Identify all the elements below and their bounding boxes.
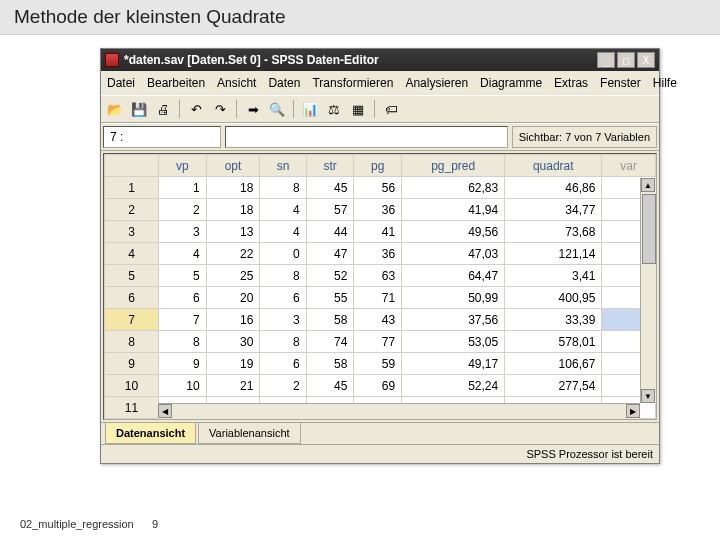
cell[interactable]: 52,24 <box>402 375 505 397</box>
col-header-opt[interactable]: opt <box>206 155 260 177</box>
cell[interactable]: 578,01 <box>505 331 602 353</box>
cell[interactable]: 33,39 <box>505 309 602 331</box>
cell[interactable]: 44 <box>306 221 354 243</box>
menu-fenster[interactable]: Fenster <box>594 73 647 93</box>
cell[interactable]: 3 <box>260 309 306 331</box>
menu-bearbeiten[interactable]: Bearbeiten <box>141 73 211 93</box>
cell[interactable]: 57 <box>306 199 354 221</box>
active-cell-value[interactable] <box>225 126 508 148</box>
undo-icon[interactable]: ↶ <box>186 99 206 119</box>
redo-icon[interactable]: ↷ <box>210 99 230 119</box>
cell[interactable]: 47,03 <box>402 243 505 265</box>
col-header-pg[interactable]: pg <box>354 155 402 177</box>
cell[interactable]: 50,99 <box>402 287 505 309</box>
find-icon[interactable]: 🔍 <box>267 99 287 119</box>
scrollbar-horizontal[interactable]: ◀ ▶ <box>158 403 640 419</box>
chart-icon[interactable]: 📊 <box>300 99 320 119</box>
col-header-pg_pred[interactable]: pg_pred <box>402 155 505 177</box>
cell[interactable]: 13 <box>206 221 260 243</box>
cell[interactable]: 36 <box>354 243 402 265</box>
row-header[interactable]: 8 <box>105 331 159 353</box>
cell[interactable]: 8 <box>260 265 306 287</box>
cell[interactable]: 59 <box>354 353 402 375</box>
data-grid[interactable]: vpoptsnstrpgpg_predquadratvar11188455662… <box>104 154 656 419</box>
maximize-button[interactable]: □ <box>617 52 635 68</box>
cell[interactable]: 47 <box>306 243 354 265</box>
cell[interactable]: 49,17 <box>402 353 505 375</box>
col-header-vp[interactable]: vp <box>159 155 207 177</box>
vars-icon[interactable]: 🏷 <box>381 99 401 119</box>
cell[interactable]: 7 <box>159 309 207 331</box>
cell[interactable]: 46,86 <box>505 177 602 199</box>
cell[interactable]: 34,77 <box>505 199 602 221</box>
tab-datenansicht[interactable]: Datenansicht <box>105 423 196 444</box>
print-icon[interactable]: 🖨 <box>153 99 173 119</box>
row-header[interactable]: 3 <box>105 221 159 243</box>
cell[interactable]: 3,41 <box>505 265 602 287</box>
cell[interactable]: 71 <box>354 287 402 309</box>
cell[interactable]: 9 <box>159 353 207 375</box>
cell[interactable]: 63 <box>354 265 402 287</box>
cell[interactable]: 6 <box>260 287 306 309</box>
menu-datei[interactable]: Datei <box>101 73 141 93</box>
cell[interactable]: 53,05 <box>402 331 505 353</box>
select-icon[interactable]: ▦ <box>348 99 368 119</box>
scroll-thumb[interactable] <box>642 194 656 264</box>
row-header[interactable]: 9 <box>105 353 159 375</box>
tab-variablenansicht[interactable]: Variablenansicht <box>198 423 301 444</box>
row-header[interactable]: 10 <box>105 375 159 397</box>
cell[interactable]: 21 <box>206 375 260 397</box>
cell[interactable]: 4 <box>260 199 306 221</box>
col-header-str[interactable]: str <box>306 155 354 177</box>
cell[interactable]: 43 <box>354 309 402 331</box>
cell[interactable]: 3 <box>159 221 207 243</box>
row-header[interactable]: 2 <box>105 199 159 221</box>
cell[interactable]: 56 <box>354 177 402 199</box>
open-icon[interactable]: 📂 <box>105 99 125 119</box>
cell[interactable]: 6 <box>260 353 306 375</box>
scroll-up-icon[interactable]: ▲ <box>641 178 655 192</box>
cell[interactable]: 400,95 <box>505 287 602 309</box>
menu-transformieren[interactable]: Transformieren <box>306 73 399 93</box>
cell[interactable]: 4 <box>159 243 207 265</box>
cell[interactable]: 73,68 <box>505 221 602 243</box>
cell[interactable]: 8 <box>260 177 306 199</box>
cell[interactable]: 5 <box>159 265 207 287</box>
cell[interactable]: 37,56 <box>402 309 505 331</box>
col-header-sn[interactable]: sn <box>260 155 306 177</box>
menu-analysieren[interactable]: Analysieren <box>399 73 474 93</box>
cell[interactable]: 277,54 <box>505 375 602 397</box>
cell[interactable]: 19 <box>206 353 260 375</box>
cell[interactable]: 22 <box>206 243 260 265</box>
row-header[interactable]: 1 <box>105 177 159 199</box>
cell[interactable]: 45 <box>306 177 354 199</box>
cell[interactable]: 8 <box>260 331 306 353</box>
cell[interactable]: 74 <box>306 331 354 353</box>
cell[interactable]: 1 <box>159 177 207 199</box>
cell[interactable]: 4 <box>260 221 306 243</box>
menu-ansicht[interactable]: Ansicht <box>211 73 262 93</box>
row-header[interactable]: 6 <box>105 287 159 309</box>
save-icon[interactable]: 💾 <box>129 99 149 119</box>
cell[interactable]: 41,94 <box>402 199 505 221</box>
menu-hilfe[interactable]: Hilfe <box>647 73 683 93</box>
scroll-left-icon[interactable]: ◀ <box>158 404 172 418</box>
cell[interactable]: 106,67 <box>505 353 602 375</box>
minimize-button[interactable]: _ <box>597 52 615 68</box>
col-header-var[interactable]: var <box>602 155 656 177</box>
scroll-down-icon[interactable]: ▼ <box>641 389 655 403</box>
cell[interactable]: 16 <box>206 309 260 331</box>
row-header[interactable]: 11 <box>105 397 159 419</box>
cell[interactable]: 30 <box>206 331 260 353</box>
weight-icon[interactable]: ⚖ <box>324 99 344 119</box>
menu-daten[interactable]: Daten <box>262 73 306 93</box>
cell[interactable]: 2 <box>260 375 306 397</box>
row-header[interactable]: 4 <box>105 243 159 265</box>
cell[interactable]: 49,56 <box>402 221 505 243</box>
cell[interactable]: 52 <box>306 265 354 287</box>
scrollbar-vertical[interactable]: ▲ ▼ <box>640 178 656 403</box>
col-header-quadrat[interactable]: quadrat <box>505 155 602 177</box>
cell[interactable]: 69 <box>354 375 402 397</box>
cell[interactable]: 58 <box>306 353 354 375</box>
cell[interactable]: 62,83 <box>402 177 505 199</box>
